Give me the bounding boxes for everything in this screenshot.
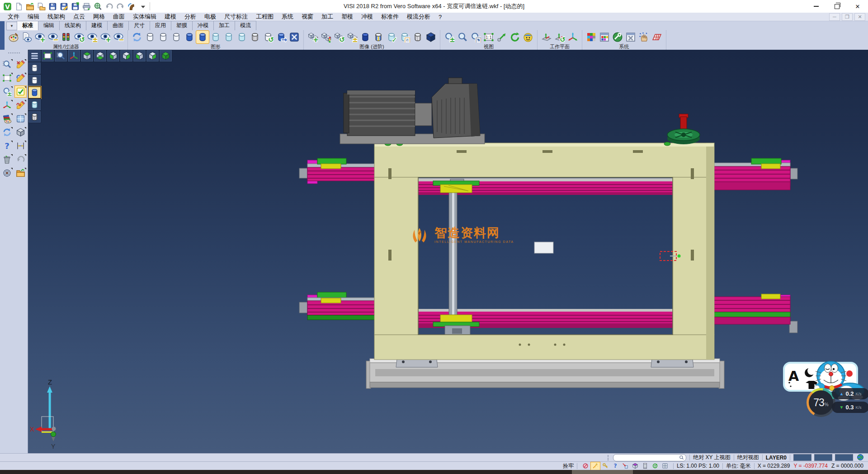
toolbar-options-icon[interactable] — [138, 1, 148, 11]
workplane-modify-icon[interactable]: ↺ — [553, 31, 566, 43]
menu-item-13[interactable]: 视窗 — [297, 13, 317, 21]
view-mode-label[interactable]: 绝对 XY 上视图 — [693, 454, 730, 461]
shaded-edges-icon[interactable] — [196, 31, 209, 43]
hide-entity-icon[interactable]: − — [47, 31, 59, 43]
3d-viewport[interactable]: 智造资料网 INTELLIGENT MANUFACTURING DATA Z X… — [28, 50, 868, 453]
layer-manager-icon[interactable] — [641, 462, 650, 470]
menu-item-3[interactable]: 点云 — [69, 13, 89, 21]
filter-list-icon[interactable] — [20, 31, 33, 43]
slider-block[interactable] — [534, 242, 553, 253]
translucent-edges-icon[interactable] — [222, 31, 235, 43]
tab-编辑[interactable]: 编辑 — [38, 21, 60, 30]
attribute-palette-icon[interactable] — [7, 31, 20, 43]
tab-塑膜[interactable]: 塑膜 — [171, 21, 193, 30]
wire-shading-icon[interactable] — [411, 31, 424, 43]
view-face-icon[interactable] — [522, 31, 534, 43]
refresh-filter-icon[interactable]: ↺ — [73, 31, 85, 43]
view-iso-icon[interactable] — [159, 50, 172, 62]
upload-speed-chip[interactable]: ▲ 0.2 K/s — [832, 388, 868, 399]
menu-item-1[interactable]: 编辑 — [24, 13, 43, 21]
pan-view-icon[interactable] — [495, 31, 508, 43]
insert-file-icon[interactable] — [36, 1, 46, 11]
lock-toggle-label[interactable]: 拴牢 — [563, 462, 574, 470]
menu-item-14[interactable]: 加工 — [317, 13, 337, 21]
wireframe-icon[interactable] — [144, 31, 156, 43]
export-image-icon[interactable]: □ — [398, 31, 411, 43]
hidden-line-dashed-icon[interactable] — [170, 31, 183, 43]
translucent-mode-icon[interactable] — [28, 99, 41, 111]
menu-item-0[interactable]: 文件 — [4, 13, 24, 21]
menu-item-19[interactable]: ? — [434, 14, 446, 20]
tab-建模[interactable]: 建模 — [86, 21, 108, 30]
restore-button[interactable] — [826, 0, 847, 13]
attributes-books-icon[interactable] — [1, 113, 13, 124]
right-rail-lower[interactable] — [713, 294, 797, 333]
view-color-swatch-1[interactable] — [793, 454, 811, 461]
view-top-icon[interactable] — [80, 50, 94, 62]
mdi-minimize-button[interactable]: ─ — [829, 13, 840, 21]
view-left-icon[interactable] — [133, 50, 146, 62]
zoom-in-out-icon[interactable]: ± — [443, 31, 456, 43]
tab-加工[interactable]: 加工 — [213, 21, 235, 30]
command-search-box[interactable] — [613, 454, 686, 461]
hide-all-icon[interactable]: − — [112, 31, 125, 43]
solid-display-icon[interactable] — [15, 127, 26, 138]
adjustment-handwheel[interactable] — [667, 114, 700, 144]
tab-线架构[interactable]: 线架构 — [59, 21, 86, 30]
minimize-button[interactable] — [806, 0, 826, 13]
web-status-icon[interactable] — [857, 454, 864, 461]
active-layer-label[interactable]: LAYER0 — [766, 455, 787, 461]
search-input[interactable] — [615, 455, 679, 461]
menu-item-7[interactable]: 建模 — [160, 13, 180, 21]
download-speed-chip[interactable]: ▼ 0.3 K/s — [832, 402, 868, 413]
measure-distance-icon[interactable] — [15, 140, 26, 152]
grid-settings-icon[interactable] — [651, 31, 663, 43]
shaded-icon[interactable] — [183, 31, 196, 43]
zoom-scale-icon[interactable]: 1:1 — [482, 31, 495, 43]
open-recent-icon[interactable] — [15, 167, 26, 179]
menu-item-16[interactable]: 冲模 — [357, 13, 377, 21]
display-properties-icon[interactable] — [598, 31, 611, 43]
translucent-icon[interactable] — [209, 31, 222, 43]
tab-标准[interactable]: 标准 — [17, 21, 38, 30]
zoom-previous-icon[interactable] — [54, 50, 67, 62]
rotate-view-icon[interactable] — [509, 31, 521, 43]
regenerate-icon[interactable] — [131, 31, 143, 43]
delete-entities-icon[interactable] — [1, 154, 13, 165]
mdi-close-button[interactable]: ✕ — [854, 13, 865, 21]
render-quality-icon[interactable] — [425, 31, 437, 43]
snap-point-icon[interactable] — [621, 462, 630, 470]
viewport-menu-icon[interactable] — [28, 50, 41, 62]
advanced-toggle-icon[interactable]: ± — [346, 31, 359, 43]
tab-dropdown-button[interactable]: ▼ — [6, 22, 17, 30]
left-rail-upper[interactable] — [299, 158, 380, 184]
print-icon[interactable] — [81, 1, 91, 11]
system-options-icon[interactable] — [611, 31, 624, 43]
right-rail-upper[interactable] — [713, 158, 797, 190]
left-rail-lower[interactable] — [299, 292, 380, 320]
view-reference-label[interactable]: 绝对视图 — [737, 454, 759, 461]
show-all-icon[interactable]: + — [99, 31, 112, 43]
windows-taskbar-sliver[interactable] — [0, 470, 868, 474]
save-as-icon[interactable] — [59, 1, 69, 11]
print-preview-icon[interactable] — [93, 1, 103, 11]
color-table-icon[interactable] — [585, 31, 598, 43]
save-all-icon[interactable] — [70, 1, 80, 11]
graphics-options-icon[interactable] — [288, 31, 301, 43]
close-button[interactable]: ✕ — [847, 0, 868, 13]
tab-应用[interactable]: 应用 — [150, 21, 171, 30]
menu-item-10[interactable]: 尺寸标注 — [220, 13, 252, 21]
view-front-icon[interactable] — [107, 50, 120, 62]
zoom-window-icon[interactable] — [1, 72, 13, 84]
menu-item-18[interactable]: 模流分析 — [403, 13, 434, 21]
snap-wand-icon[interactable] — [591, 462, 600, 470]
mesh-mode-icon[interactable] — [28, 111, 41, 123]
view-back-icon[interactable] — [120, 50, 133, 62]
fit-view-icon[interactable] — [41, 50, 54, 62]
workplane-create-icon[interactable] — [540, 31, 553, 43]
advanced-refresh-icon[interactable]: ↺ — [333, 31, 345, 43]
zoom-window-icon[interactable] — [456, 31, 469, 43]
ghost-display-icon[interactable] — [236, 31, 248, 43]
menu-item-5[interactable]: 曲面 — [109, 13, 129, 21]
open-file-icon[interactable] — [25, 1, 35, 11]
